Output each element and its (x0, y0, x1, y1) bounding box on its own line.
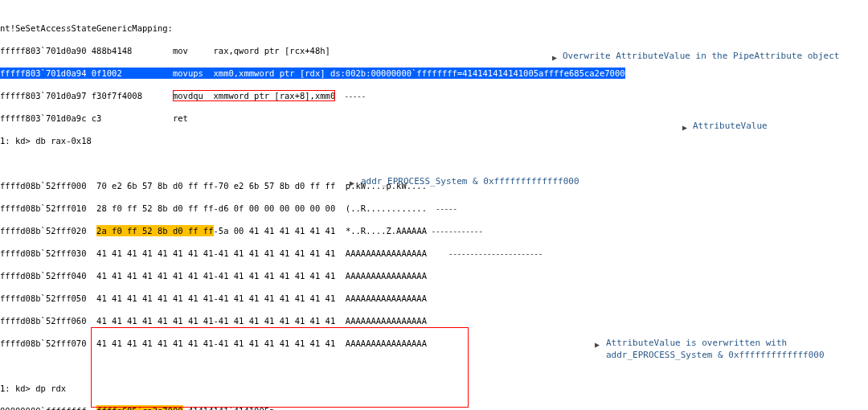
movdqu-box: movdqu xmmword ptr [rax+8],xmm0 (173, 90, 335, 101)
eprocess-addr-highlight: ffffe685`ca2e7000 (96, 405, 182, 410)
annotation: Overwrite AttributeValue in the PipeAttr… (563, 51, 839, 62)
annotation: AttributeValue (693, 121, 768, 132)
dash-arrow: ------------ (427, 226, 482, 236)
memdump-row: ffffd08b`52fff030 41 41 41 41 41 41 41 4… (0, 248, 868, 259)
memdump-row: ffffd08b`52fff050 41 41 41 41 41 41 41 4… (0, 293, 868, 304)
kd-prompt: 1: kd> dp rdx (0, 383, 868, 394)
attributevalue-before: 2a f0 ff 52 8b d0 ff ff (96, 225, 213, 236)
memdump-row: 00000000`ffffffff ffffe685`ca2e7000 4141… (0, 405, 868, 410)
current-instruction-highlight: fffff803`701d0a94 0f1002 movups xmm0,xmm… (0, 68, 625, 79)
disasm-function-label: nt!SeSetAccessStateGenericMapping: (0, 23, 868, 34)
memdump-row: ffffd08b`52fff060 41 41 41 41 41 41 41 4… (0, 315, 868, 326)
debugger-screenshot: nt!SeSetAccessStateGenericMapping: fffff… (0, 0, 868, 410)
annotation: AttributeValue is overwritten with (606, 338, 787, 349)
kd-prompt: 1: kd> db rax-0x18 (0, 135, 868, 146)
memdump-row: ffffd08b`52fff020 2a f0 ff 52 8b d0 ff f… (0, 225, 868, 236)
annotation: addr_EPROCESS_System & 0xfffffffffffff00… (361, 176, 579, 187)
arrowhead-icon: ▶ (552, 52, 557, 64)
arrowhead-icon: ▶ (682, 122, 687, 133)
disasm-line: fffff803`701d0a97 f30f7f4008 movdqu xmmw… (0, 90, 868, 101)
annotation: addr_EPROCESS_System & 0xfffffffffffff00… (606, 350, 825, 361)
memdump-row: ffffd08b`52fff040 41 41 41 41 41 41 41 4… (0, 270, 868, 281)
dash-arrow: ------------ (274, 406, 334, 410)
arrowhead-icon: ▶ (595, 339, 600, 351)
arrowhead-icon: ▶ (350, 178, 354, 189)
dash-arrow: ---------------------- (427, 248, 542, 258)
disasm-line-highlighted: fffff803`701d0a94 0f1002 movups xmm0,xmm… (0, 68, 868, 79)
dash-arrow: ----- (335, 91, 365, 100)
memdump-row: ffffd08b`52fff010 28 f0 ff 52 8b d0 ff f… (0, 203, 868, 214)
